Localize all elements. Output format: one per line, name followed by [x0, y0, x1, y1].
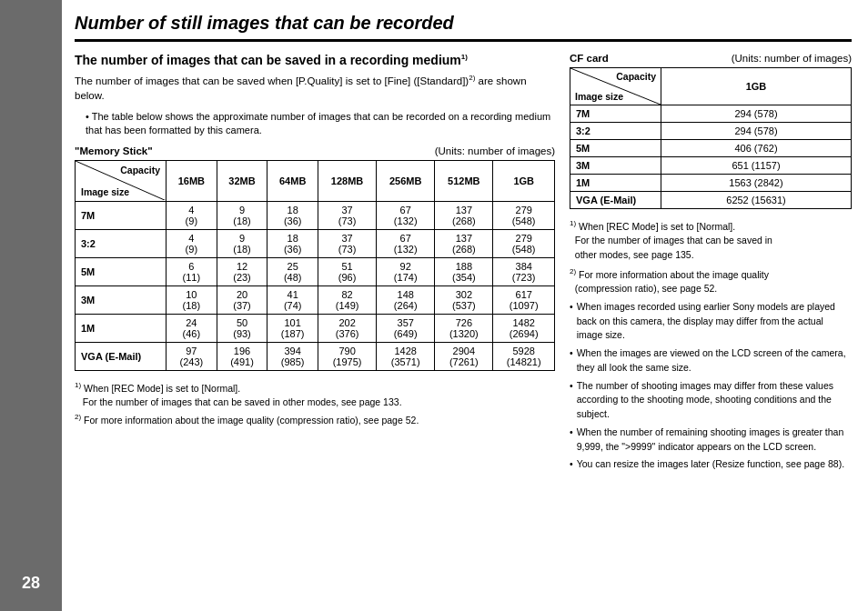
cell-value: 9 (18): [217, 229, 267, 257]
cell-value: 41 (74): [267, 285, 318, 314]
cell-value: 37 (73): [318, 201, 377, 229]
cell-value: 67 (132): [377, 229, 435, 257]
bullet-text: The table below shows the approximate nu…: [86, 110, 555, 138]
cell-value: 18 (36): [267, 201, 318, 229]
cell-value: 12 (23): [217, 257, 267, 285]
table-row: 5M406 (762): [570, 140, 852, 157]
cell-value: 37 (73): [318, 229, 377, 257]
left-bar: 28: [0, 0, 62, 611]
cell-value: 92 (174): [377, 257, 435, 285]
col-64mb: 64MB: [267, 160, 318, 201]
table-row: 1M1563 (2842): [570, 175, 852, 192]
col-256mb: 256MB: [377, 160, 435, 201]
cf-row-label: 3:2: [570, 123, 661, 140]
cell-value: 137 (268): [435, 201, 493, 229]
intro-text: The number of images that can be saved w…: [75, 73, 555, 103]
table-row: 3M10 (18)20 (37)41 (74)82 (149)148 (264)…: [76, 285, 555, 314]
cf-row-label: 1M: [570, 175, 661, 192]
col-16mb: 16MB: [167, 160, 217, 201]
cf-image-size-label: Image size: [575, 91, 623, 102]
section-header: The number of images that can be saved i…: [75, 53, 555, 67]
cf-card-table: Capacity Image size 1GB 7M294 (578)3:229…: [570, 67, 852, 209]
capacity-label: Capacity: [120, 165, 160, 175]
col-1gb: 1GB: [493, 160, 555, 201]
page-number: 28: [22, 574, 40, 593]
col-128mb: 128MB: [318, 160, 377, 201]
page-title: Number of still images that can be recor…: [75, 13, 852, 42]
row-label: 5M: [76, 257, 167, 285]
row-label: VGA (E-Mail): [76, 342, 167, 370]
cell-value: 82 (149): [318, 285, 377, 314]
cell-value: 2904 (7261): [435, 342, 493, 370]
memory-stick-table: Capacity Image size 16MB 32MB 64MB 128MB…: [75, 160, 555, 371]
col-32mb: 32MB: [217, 160, 267, 201]
cell-value: 279 (548): [493, 201, 555, 229]
cell-value: 1482 (2694): [493, 314, 555, 342]
cell-value: 726 (1320): [435, 314, 493, 342]
cf-cell-value: 6252 (15631): [661, 192, 852, 209]
image-size-label: Image size: [81, 186, 129, 197]
table-row: 3:24 (9)9 (18)18 (36)37 (73)67 (132)137 …: [76, 229, 555, 257]
cell-value: 1428 (3571): [377, 342, 435, 370]
cf-cell-value: 651 (1157): [661, 157, 852, 175]
body-area: The number of images that can be saved i…: [75, 53, 852, 598]
cf-cell-value: 294 (578): [661, 123, 852, 140]
footnotes-left: 1) When [REC Mode] is set to [Normal]. F…: [75, 380, 555, 427]
table-row: 5M6 (11)12 (23)25 (48)51 (96)92 (174)188…: [76, 257, 555, 285]
cell-value: 279 (548): [493, 229, 555, 257]
cell-value: 617 (1097): [493, 285, 555, 314]
cell-value: 5928 (14821): [493, 342, 555, 370]
table-row: 7M294 (578): [570, 105, 852, 123]
table-row: VGA (E-Mail)97 (243)196 (491)394 (985)79…: [76, 342, 555, 370]
table-row: VGA (E-Mail)6252 (15631): [570, 192, 852, 209]
cf-capacity-label: Capacity: [616, 71, 656, 82]
cell-value: 101 (187): [267, 314, 318, 342]
cell-value: 196 (491): [217, 342, 267, 370]
memory-stick-label: "Memory Stick" (Units: number of images): [75, 145, 555, 156]
diagonal-header: Capacity Image size: [76, 160, 167, 201]
cf-cell-value: 1563 (2842): [661, 175, 852, 192]
cell-value: 148 (264): [377, 285, 435, 314]
left-section: The number of images that can be saved i…: [75, 53, 555, 598]
cf-row-label: 5M: [570, 140, 661, 157]
table-row: 1M24 (46)50 (93)101 (187)202 (376)357 (6…: [76, 314, 555, 342]
cell-value: 18 (36): [267, 229, 318, 257]
cf-card-header: CF card (Units: number of images): [570, 53, 852, 64]
cf-row-label: VGA (E-Mail): [570, 192, 661, 209]
row-label: 3M: [76, 285, 167, 314]
cell-value: 20 (37): [217, 285, 267, 314]
cf-label: CF card: [570, 53, 609, 64]
cell-value: 394 (985): [267, 342, 318, 370]
cf-col-1gb: 1GB: [661, 68, 852, 105]
table-row: 3:2294 (578): [570, 123, 852, 140]
right-notes: 1) When [REC Mode] is set to [Normal]. F…: [570, 218, 852, 472]
cf-units: (Units: number of images): [732, 53, 852, 64]
main-content: Number of still images that can be recor…: [62, 0, 868, 611]
cell-value: 302 (537): [435, 285, 493, 314]
cell-value: 4 (9): [167, 229, 217, 257]
row-label: 1M: [76, 314, 167, 342]
cell-value: 4 (9): [167, 201, 217, 229]
row-label: 7M: [76, 201, 167, 229]
cell-value: 384 (723): [493, 257, 555, 285]
right-section: CF card (Units: number of images) Capaci…: [570, 53, 852, 598]
cf-row-label: 7M: [570, 105, 661, 123]
cell-value: 10 (18): [167, 285, 217, 314]
cell-value: 6 (11): [167, 257, 217, 285]
col-512mb: 512MB: [435, 160, 493, 201]
cf-row-label: 3M: [570, 157, 661, 175]
cf-diagonal-header: Capacity Image size: [570, 68, 661, 105]
cell-value: 790 (1975): [318, 342, 377, 370]
table-row: 3M651 (1157): [570, 157, 852, 175]
cell-value: 50 (93): [217, 314, 267, 342]
cf-cell-value: 294 (578): [661, 105, 852, 123]
cell-value: 357 (649): [377, 314, 435, 342]
cell-value: 202 (376): [318, 314, 377, 342]
cf-cell-value: 406 (762): [661, 140, 852, 157]
cell-value: 51 (96): [318, 257, 377, 285]
row-label: 3:2: [76, 229, 167, 257]
cell-value: 137 (268): [435, 229, 493, 257]
cell-value: 67 (132): [377, 201, 435, 229]
cell-value: 24 (46): [167, 314, 217, 342]
cell-value: 9 (18): [217, 201, 267, 229]
